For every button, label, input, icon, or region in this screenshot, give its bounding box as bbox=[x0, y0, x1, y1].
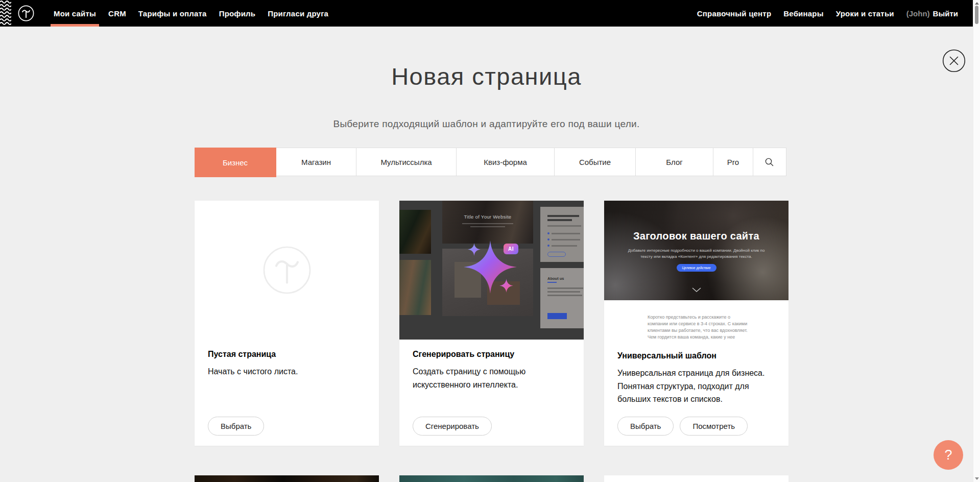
nav-item-lessons[interactable]: Уроки и статьи bbox=[830, 0, 900, 27]
zigzag-pattern bbox=[0, 0, 11, 27]
generate-button[interactable]: Сгенерировать bbox=[413, 417, 492, 436]
nav-item-webinars[interactable]: Вебинары bbox=[777, 0, 829, 27]
template-category-tabs: Бизнес Магазин Мультиссылка Квиз-форма С… bbox=[195, 148, 786, 176]
screen: Мои сайты CRM Тарифы и оплата Профиль Пр… bbox=[0, 0, 980, 482]
card-universal-template: Заголовок вашего сайта Добавьте интересн… bbox=[604, 201, 788, 446]
universal-template-preview: Заголовок вашего сайта Добавьте интересн… bbox=[604, 201, 788, 341]
close-icon[interactable] bbox=[942, 49, 966, 73]
preview-body-text: Коротко представьтесь и расскажите о ком… bbox=[648, 314, 749, 341]
user-name: (John) bbox=[906, 9, 930, 18]
card-description: Создать страницу с помощью искусственног… bbox=[413, 365, 570, 391]
blank-page-preview bbox=[195, 201, 379, 340]
chevron-down-icon bbox=[692, 287, 701, 292]
preview-subheading: Добавьте интересные подробности о вашей … bbox=[626, 248, 767, 260]
tab-business[interactable]: Бизнес bbox=[195, 148, 276, 177]
scrollbar-down-arrow-icon[interactable] bbox=[975, 477, 979, 480]
card-body: Сгенерировать страницу Создать страницу … bbox=[399, 340, 584, 446]
card-title: Пустая страница bbox=[208, 350, 366, 359]
tab-shop[interactable]: Магазин bbox=[276, 148, 356, 176]
ai-preview-collage: Title of Your Website bbox=[399, 201, 584, 340]
card-body: Пустая страница Начать с чистого листа. … bbox=[195, 340, 379, 446]
preview-cta-button: Целевое действие bbox=[677, 264, 716, 272]
top-navbar: Мои сайты CRM Тарифы и оплата Профиль Пр… bbox=[0, 0, 973, 27]
card-ai-generate: Title of Your Website bbox=[399, 201, 584, 446]
preview-hero: Заголовок вашего сайта Добавьте интересн… bbox=[604, 201, 788, 300]
tilda-watermark-icon bbox=[262, 246, 312, 295]
nav-item-help-center[interactable]: Справочный центр bbox=[691, 0, 778, 27]
card-preview-partial[interactable] bbox=[604, 475, 788, 482]
card-preview-partial[interactable] bbox=[195, 475, 379, 482]
card-title: Универсальный шаблон bbox=[617, 351, 775, 360]
card-blank-page: Пустая страница Начать с чистого листа. … bbox=[195, 201, 379, 446]
scrollbar[interactable] bbox=[973, 0, 980, 482]
card-actions: Выбрать Посмотреть bbox=[617, 417, 775, 436]
tab-quiz-form[interactable]: Квиз-форма bbox=[457, 148, 555, 176]
ai-sparkles-icon bbox=[399, 201, 584, 340]
nav-item-pricing[interactable]: Тарифы и оплата bbox=[132, 0, 213, 27]
logout-link[interactable]: Выйти bbox=[933, 9, 958, 18]
nav-item-crm[interactable]: CRM bbox=[102, 0, 132, 27]
user-area: (John) Выйти bbox=[900, 0, 958, 27]
view-button[interactable]: Посмотреть bbox=[680, 417, 748, 436]
nav-item-profile[interactable]: Профиль bbox=[213, 0, 262, 27]
card-actions: Сгенерировать bbox=[413, 417, 570, 436]
card-preview-partial[interactable] bbox=[399, 475, 584, 482]
select-button[interactable]: Выбрать bbox=[617, 417, 674, 436]
help-button[interactable]: ? bbox=[934, 440, 963, 470]
card-description: Начать с чистого листа. bbox=[208, 365, 366, 378]
preview-heading: Заголовок вашего сайта bbox=[604, 230, 788, 242]
page-subtitle: Выберите подходящий шаблон и адаптируйте… bbox=[0, 118, 973, 130]
tab-event[interactable]: Событие bbox=[555, 148, 636, 176]
card-description: Универсальная страница для бизнеса. Поня… bbox=[617, 367, 775, 406]
template-cards-row: Пустая страница Начать с чистого листа. … bbox=[195, 201, 788, 446]
card-body: Универсальный шаблон Универсальная стран… bbox=[604, 341, 788, 446]
card-actions: Выбрать bbox=[208, 417, 366, 436]
tab-blog[interactable]: Блог bbox=[636, 148, 713, 176]
scrollbar-thumb[interactable] bbox=[975, 6, 978, 24]
nav-item-invite-friend[interactable]: Пригласи друга bbox=[261, 0, 334, 27]
nav-item-my-sites[interactable]: Мои сайты bbox=[47, 0, 102, 27]
navbar-left-menu: Мои сайты CRM Тарифы и оплата Профиль Пр… bbox=[47, 0, 334, 27]
scrollbar-up-arrow-icon[interactable] bbox=[975, 2, 979, 5]
page-title: Новая страница bbox=[0, 62, 973, 90]
tab-multilink[interactable]: Мультиссылка bbox=[356, 148, 457, 176]
navbar-right-menu: Справочный центр Вебинары Уроки и статьи… bbox=[691, 0, 958, 27]
card-title: Сгенерировать страницу bbox=[413, 350, 570, 359]
tilda-logo-icon[interactable] bbox=[18, 5, 34, 21]
tab-search[interactable] bbox=[753, 148, 785, 176]
template-cards-row-partial bbox=[195, 475, 788, 482]
tab-pro[interactable]: Pro bbox=[713, 148, 753, 176]
search-icon bbox=[764, 157, 774, 167]
ai-badge: AI bbox=[504, 244, 518, 254]
select-button[interactable]: Выбрать bbox=[208, 417, 264, 436]
